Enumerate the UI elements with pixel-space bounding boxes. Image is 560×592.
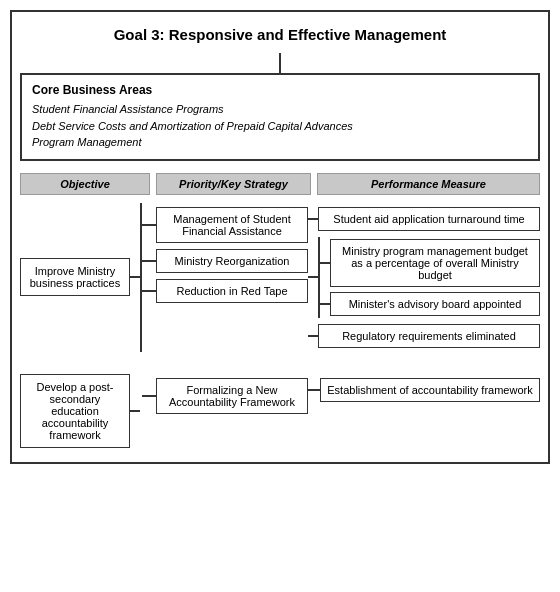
core-business-item-3: Program Management [32,134,528,151]
strat-row-1-2: Ministry Reorganization [142,249,308,273]
main-container: Goal 3: Responsive and Effective Managem… [10,10,550,464]
obj-hline-1 [130,203,140,352]
measure-col-1: Student aid application turnaround time … [308,203,540,352]
strat-box-1-1: Management of Student Financial Assistan… [156,207,308,243]
group-2: Develop a post-secondary education accou… [20,374,540,448]
strat-row-2-1: Formalizing a New Accountability Framewo… [142,378,308,414]
objective-box-2: Develop a post-secondary education accou… [20,374,130,448]
objective-col-2: Develop a post-secondary education accou… [20,374,130,448]
group-spacer [20,364,540,374]
col-header-objective: Objective [20,173,150,195]
column-headers: Objective Priority/Key Strategy Performa… [20,173,540,195]
core-business-item-2: Debt Service Costs and Amortization of P… [32,118,528,135]
core-business-item-1: Student Financial Assistance Programs [32,101,528,118]
measure-box-3-1: Regulatory requirements eliminated [318,324,540,348]
meas-strat2-wrapper: Ministry program management budget as a … [308,237,540,318]
core-business-box: Core Business Areas Student Financial As… [20,73,540,161]
meas-row-3-1: Regulatory requirements eliminated [308,324,540,348]
col-header-measure: Performance Measure [317,173,540,195]
obj-hline-2 [130,374,140,448]
meas-strat2-multi: Ministry program management budget as a … [318,237,540,318]
strat-bracket-1: Management of Student Financial Assistan… [140,203,308,352]
objective-col-1: Improve Ministry business practices [20,203,130,352]
strat-bracket-2: Formalizing a New Accountability Framewo… [140,374,308,448]
measure-box-g2-1: Establishment of accountability framewor… [320,378,540,402]
strat-box-1-2: Ministry Reorganization [156,249,308,273]
goal-title: Goal 3: Responsive and Effective Managem… [20,20,540,53]
core-business-heading: Core Business Areas [32,83,528,97]
strat-rows-2: Formalizing a New Accountability Framewo… [142,374,308,448]
meas-row-g2-1: Establishment of accountability framewor… [308,378,540,402]
core-business-list: Student Financial Assistance Programs De… [32,101,528,151]
strat-row-1-3: Reduction in Red Tape [142,279,308,303]
meas-row-1-1: Student aid application turnaround time [308,207,540,231]
group-1: Improve Ministry business practices Mana… [20,203,540,352]
meas-strat2-rows: Ministry program management budget as a … [320,237,540,318]
strat-row-1-1: Management of Student Financial Assistan… [142,207,308,243]
measure-col-2: Establishment of accountability framewor… [308,374,540,448]
objective-box-1: Improve Ministry business practices [20,258,130,296]
strat-box-2-1: Formalizing a New Accountability Framewo… [156,378,308,414]
strat-rows-1: Management of Student Financial Assistan… [142,203,308,352]
strat-box-1-3: Reduction in Red Tape [156,279,308,303]
measure-box-2-1: Ministry program management budget as a … [330,239,540,287]
title-connector [20,53,540,73]
meas-row-2-1: Ministry program management budget as a … [320,239,540,287]
col-header-strategy: Priority/Key Strategy [156,173,311,195]
measure-box-1-1: Student aid application turnaround time [318,207,540,231]
meas-row-2-2: Minister's advisory board appointed [320,292,540,316]
measure-box-2-2: Minister's advisory board appointed [330,292,540,316]
